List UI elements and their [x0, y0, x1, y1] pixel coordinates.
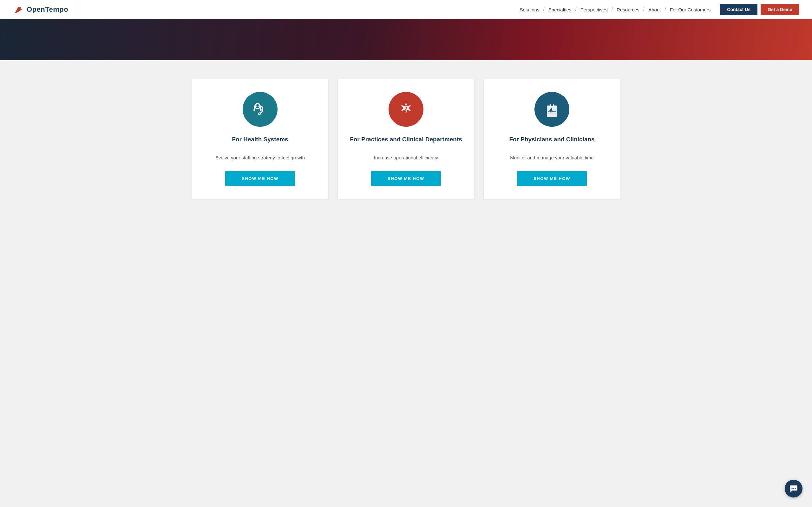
card-divider: [505, 148, 599, 148]
card-physicians-desc: Monitor and manage your valuable time: [510, 154, 594, 162]
main-content: For Health Systems Evolve your staffing …: [0, 60, 812, 224]
nav-separator: /: [664, 7, 666, 12]
contact-us-button[interactable]: Contact Us: [720, 4, 757, 15]
stethoscope-icon: [251, 100, 270, 119]
medical-star-icon: [397, 100, 415, 119]
nav-separator: /: [542, 7, 545, 12]
brand-name: OpenTempo: [27, 5, 68, 14]
nav-item-perspectives[interactable]: Perspectives: [577, 7, 611, 12]
nav-links: Solutions / Specialties / Perspectives /…: [517, 7, 714, 12]
hero-banner: [0, 19, 812, 60]
nav-separator: /: [611, 7, 613, 12]
nav-item-about[interactable]: About: [645, 7, 664, 12]
show-me-how-practices[interactable]: SHOW ME HOW: [371, 171, 441, 186]
chat-button[interactable]: [785, 480, 803, 498]
nav-item-solutions[interactable]: Solutions: [517, 7, 543, 12]
nav-buttons: Contact Us Get a Demo: [720, 4, 799, 15]
card-practices-title: For Practices and Clinical Departments: [350, 135, 462, 144]
svg-point-19: [552, 105, 553, 106]
logo-icon: [13, 4, 24, 15]
nav-separator: /: [643, 7, 645, 12]
svg-point-24: [795, 488, 796, 489]
show-me-how-physicians[interactable]: SHOW ME HOW: [517, 171, 587, 186]
card-practices: For Practices and Clinical Departments I…: [338, 79, 474, 199]
nav-item-specialties[interactable]: Specialties: [545, 7, 575, 12]
svg-point-22: [792, 488, 793, 489]
card-health-systems-title: For Health Systems: [232, 135, 288, 144]
logo[interactable]: OpenTempo: [13, 4, 68, 15]
card-divider: [213, 148, 307, 148]
svg-point-8: [253, 109, 255, 111]
card-health-systems: For Health Systems Evolve your staffing …: [192, 79, 328, 199]
nav-item-resources[interactable]: Resources: [613, 7, 643, 12]
card-divider: [359, 148, 453, 148]
health-systems-icon-circle: [243, 92, 277, 127]
svg-point-11: [260, 109, 262, 111]
nav-item-customers[interactable]: For Our Customers: [667, 7, 714, 12]
card-physicians-title: For Physicians and Clinicians: [509, 135, 595, 144]
svg-point-18: [551, 105, 552, 106]
svg-point-23: [793, 488, 794, 489]
clipboard-chart-icon: [542, 100, 561, 119]
card-physicians: For Physicians and Clinicians Monitor an…: [484, 79, 620, 199]
svg-point-14: [405, 105, 407, 106]
physicians-icon-circle: [535, 92, 569, 127]
practices-icon-circle: [389, 92, 423, 127]
cards-row: For Health Systems Evolve your staffing …: [184, 79, 628, 199]
nav-separator: /: [574, 7, 577, 12]
card-health-systems-desc: Evolve your staffing strategy to fuel gr…: [215, 154, 305, 162]
svg-marker-0: [15, 7, 22, 13]
show-me-how-health-systems[interactable]: SHOW ME HOW: [225, 171, 295, 186]
card-practices-desc: Increase operational efficiency: [374, 154, 438, 162]
svg-point-5: [259, 113, 260, 114]
navbar: OpenTempo Solutions / Specialties / Pers…: [0, 0, 812, 19]
get-demo-button[interactable]: Get a Demo: [761, 4, 799, 15]
chat-icon: [789, 484, 798, 493]
